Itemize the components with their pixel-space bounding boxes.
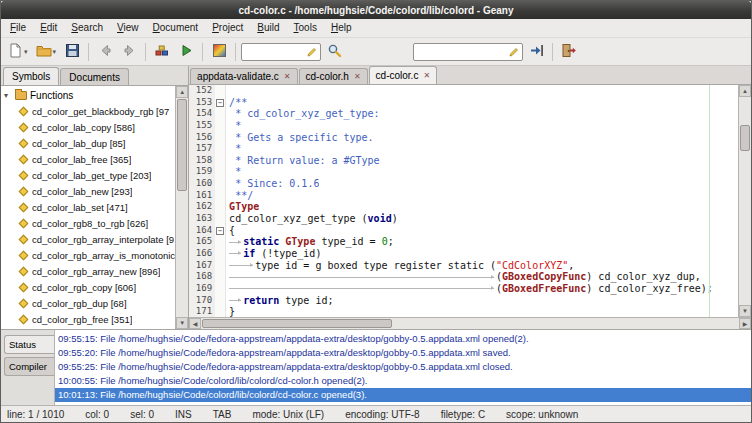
menu-item-view[interactable]: View [110, 19, 146, 37]
tree-root-functions[interactable]: ▾Functions [1, 87, 175, 103]
message-row[interactable]: 09:55:25: File /home/hughsie/Code/fedora… [55, 360, 751, 374]
code-line[interactable]: 170return type_id; [189, 295, 738, 307]
function-tag-icon [19, 282, 29, 292]
symbol-item[interactable]: cd_color_lab_set [471] [1, 199, 175, 215]
code-text: * [226, 166, 241, 178]
editor-hscrollbar[interactable]: ◀ ▶ [189, 317, 751, 329]
fold-toggle-icon[interactable]: − [216, 227, 224, 235]
message-row[interactable]: 09:55:15: File /home/hughsie/Code/fedora… [55, 332, 751, 346]
scroll-up-arrow[interactable]: ▲ [176, 86, 188, 98]
sidebar-tab-documents[interactable]: Documents [60, 68, 129, 85]
search-input[interactable] [242, 45, 306, 59]
code-line[interactable]: 163cd_color_xyz_get_type (void) [189, 213, 738, 225]
code-line[interactable]: 165static GType type_id = 0; [189, 236, 738, 248]
code-line[interactable]: 164−{ [189, 225, 738, 237]
menu-item-help[interactable]: Help [324, 19, 359, 37]
symbol-item[interactable]: cd_color_rgb_copy [606] [1, 279, 175, 295]
editor-vscrollbar[interactable]: ▲ ▼ [738, 85, 751, 317]
code-line[interactable]: 167type_id = g_boxed_type_register_stati… [189, 260, 738, 272]
symbol-item[interactable]: cd_color_lab_new [293] [1, 183, 175, 199]
symbol-item[interactable]: cd_color_get_blackbody_rgb [97 [1, 103, 175, 119]
code-line[interactable]: 171} [189, 306, 738, 317]
message-row[interactable]: 10:00:55: File /home/hughsie/Code/colord… [55, 374, 751, 388]
scroll-down-arrow[interactable]: ▼ [739, 305, 751, 317]
sidebar-scrollbar[interactable]: ▲ ▼ [175, 86, 188, 329]
message-row[interactable]: 09:55:20: File /home/hughsie/Code/fedora… [55, 346, 751, 360]
open-file-dropdown-caret[interactable]: ▾ [53, 48, 57, 56]
code-line[interactable]: 159 * [189, 166, 738, 178]
code-line[interactable]: 153−/** [189, 97, 738, 109]
code-line[interactable]: 169(GBoxedFreeFunc) cd_color_xyz_free); [189, 283, 738, 295]
navigate-back-button[interactable] [94, 41, 116, 63]
code-line[interactable]: 168(GBoxedCopyFunc) cd_color_xyz_dup, [189, 271, 738, 283]
editor-tab-appdata-validate.c[interactable]: appdata-validate.c✕ [190, 68, 297, 84]
symbol-item[interactable]: cd_color_lab_copy [586] [1, 119, 175, 135]
scroll-down-arrow[interactable]: ▼ [176, 317, 188, 329]
code-editor[interactable]: 152153−/**154 * cd_color_xyz_get_type:15… [189, 85, 738, 317]
tab-close-icon[interactable]: ✕ [284, 73, 291, 81]
fold-toggle-icon[interactable]: − [216, 99, 224, 107]
code-line[interactable]: 162GType [189, 201, 738, 213]
scroll-left-arrow[interactable]: ◀ [189, 318, 201, 329]
entry-clear-icon[interactable] [508, 47, 520, 57]
open-folder-icon [36, 43, 52, 60]
fold-margin [215, 283, 226, 295]
goto-line-button[interactable] [525, 41, 547, 63]
title-bar[interactable]: cd-color.c - /home/hughsie/Code/colord/l… [1, 1, 751, 19]
scroll-right-arrow[interactable]: ▶ [739, 318, 751, 329]
scrollbar-thumb[interactable] [202, 319, 392, 328]
menu-item-project[interactable]: Project [205, 19, 250, 37]
symbol-item[interactable]: cd_color_lab_free [365] [1, 151, 175, 167]
menu-item-tools[interactable]: Tools [287, 19, 324, 37]
run-button[interactable] [175, 41, 197, 63]
scroll-up-arrow[interactable]: ▲ [739, 85, 751, 97]
fold-margin [215, 85, 226, 97]
navigate-forward-button[interactable] [118, 41, 140, 63]
code-line[interactable]: 152 [189, 85, 738, 97]
color-chooser-button[interactable] [208, 41, 230, 63]
new-file-dropdown-caret[interactable]: ▾ [24, 48, 28, 56]
code-line[interactable]: 158 * Return value: a #GType [189, 155, 738, 167]
menu-item-search[interactable]: Search [64, 19, 110, 37]
tab-close-icon[interactable]: ✕ [354, 73, 361, 81]
code-line[interactable]: 166if (!type_id) [189, 248, 738, 260]
symbol-item[interactable]: cd_color_rgb_free [351] [1, 311, 175, 327]
symbol-item[interactable]: cd_color_lab_get_type [203] [1, 167, 175, 183]
tab-close-icon[interactable]: ✕ [423, 72, 430, 80]
code-line[interactable]: 156 * Gets a specific type. [189, 132, 738, 144]
symbol-item[interactable]: cd_color_lab_dup [85] [1, 135, 175, 151]
symbol-label: cd_color_lab_set [471] [32, 202, 128, 213]
menu-item-file[interactable]: File [3, 19, 33, 37]
open-file-button[interactable]: ▾ [33, 41, 60, 63]
menu-item-edit[interactable]: Edit [33, 19, 64, 37]
goto-line-input[interactable] [414, 45, 508, 59]
scrollbar-thumb[interactable] [177, 99, 187, 191]
save-button[interactable] [61, 41, 83, 63]
menu-item-document[interactable]: Document [146, 19, 206, 37]
editor-tab-cd-color.c[interactable]: cd-color.c✕ [369, 66, 438, 84]
scrollbar-thumb[interactable] [740, 125, 750, 151]
symbol-item[interactable]: cd_color_rgb_dup [68] [1, 295, 175, 311]
search-button[interactable] [323, 41, 345, 63]
symbol-item[interactable]: cd_color_rgb8_to_rgb [626] [1, 215, 175, 231]
quit-button[interactable] [558, 41, 580, 63]
code-line[interactable]: 160 * Since: 0.1.6 [189, 178, 738, 190]
entry-clear-icon[interactable] [306, 47, 318, 57]
new-file-button[interactable]: ▾ [5, 41, 31, 63]
symbol-item[interactable]: cd_color_rgb_array_new [896] [1, 263, 175, 279]
editor-tab-cd-color.h[interactable]: cd-color.h✕ [299, 68, 368, 84]
sidebar-tab-symbols[interactable]: Symbols [3, 67, 59, 85]
line-number: 167 [189, 260, 215, 272]
code-line[interactable]: 157 * [189, 143, 738, 155]
symbol-item[interactable]: cd_color_rgb_array_interpolate [9 [1, 231, 175, 247]
code-line[interactable]: 155 * [189, 120, 738, 132]
compile-button[interactable] [151, 41, 173, 63]
message-row[interactable]: 10:01:13: File /home/hughsie/Code/colord… [55, 388, 751, 402]
menu-item-build[interactable]: Build [250, 19, 286, 37]
message-tab-compiler[interactable]: Compiler [4, 357, 54, 376]
code-line[interactable]: 161 **/ [189, 190, 738, 202]
code-line[interactable]: 154 * cd_color_xyz_get_type: [189, 108, 738, 120]
message-tab-status[interactable]: Status [4, 335, 54, 354]
symbol-item[interactable]: cd_color_rgb_array_is_monotonic [1, 247, 175, 263]
expander-icon[interactable]: ▾ [4, 91, 12, 100]
